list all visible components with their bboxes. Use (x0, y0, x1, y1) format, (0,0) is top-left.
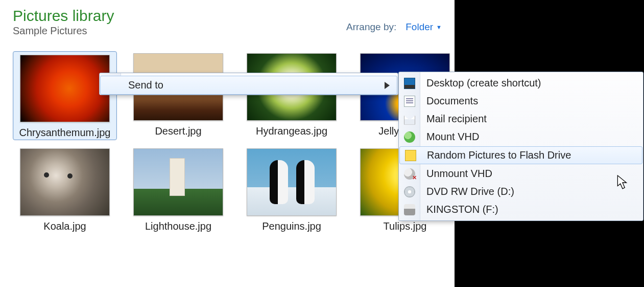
arrange-by-control[interactable]: Arrange by: Folder ▼ (346, 21, 442, 33)
file-label: Koala.jpg (43, 220, 86, 232)
vhd-icon (404, 131, 415, 143)
chevron-down-icon: ▼ (436, 24, 442, 30)
file-item[interactable]: Chrysanthemum.jpg (13, 51, 117, 140)
menu-item-label: Documents (426, 95, 478, 107)
arrange-by-label: Arrange by: (346, 21, 396, 33)
menu-item-label: Desktop (create shortcut) (426, 77, 541, 89)
file-item[interactable]: Desert.jpg (126, 51, 230, 140)
sendto-documents[interactable]: Documents (399, 92, 643, 110)
library-subtitle: Sample Pictures (13, 25, 114, 37)
sendto-mount-vhd[interactable]: Mount VHD (399, 128, 643, 146)
vhdx-icon (404, 168, 415, 180)
file-label: Chrysanthemum.jpg (19, 126, 111, 139)
sendto-dvd-d[interactable]: DVD RW Drive (D:) (399, 183, 643, 201)
file-label: Hydrangeas.jpg (256, 125, 327, 137)
menu-item-label: Send to (128, 79, 163, 91)
file-item[interactable]: Lighthouse.jpg (126, 146, 230, 232)
menu-item-label: KINGSTON (F:) (426, 204, 498, 215)
thumbnail-wrap (241, 146, 343, 218)
file-label: Desert.jpg (155, 125, 201, 137)
sendto-random-pictures[interactable]: Random Pictures to Flash Drive (399, 146, 642, 164)
thumbnail-wrap (127, 146, 229, 218)
menu-item-label: Mail recipient (426, 113, 487, 125)
dvd-icon (404, 186, 415, 197)
menu-item-label: DVD RW Drive (D:) (426, 186, 514, 197)
menu-item-label: Random Pictures to Flash Drive (427, 149, 571, 161)
sendto-kingston-f[interactable]: KINGSTON (F:) (399, 201, 643, 218)
explorer-window: Pictures library Sample Pictures Arrange… (0, 0, 455, 287)
arrange-by-dropdown[interactable]: Folder ▼ (406, 21, 442, 33)
file-label: Tulips.jpg (384, 220, 427, 232)
usb-icon (404, 204, 415, 215)
context-menu: Send to (99, 73, 398, 95)
desktop-icon (404, 78, 415, 89)
thumbnail-image (20, 55, 110, 122)
menu-item-label: Mount VHD (426, 131, 479, 143)
file-item[interactable]: Koala.jpg (13, 146, 117, 232)
sendto-mail[interactable]: Mail recipient (399, 110, 643, 128)
sendto-desktop[interactable]: Desktop (create shortcut) (399, 74, 643, 92)
file-item[interactable]: Hydrangeas.jpg (240, 51, 344, 140)
sendto-unmount-vhd[interactable]: Unmount VHD (399, 165, 643, 183)
file-label: Penguins.jpg (262, 220, 321, 232)
submenu-arrow-icon (385, 82, 390, 89)
sendto-submenu: Desktop (create shortcut)DocumentsMail r… (398, 72, 643, 221)
menu-item-label: Unmount VHD (426, 168, 492, 180)
thumbnail-image (133, 148, 223, 216)
menu-item-send-to[interactable]: Send to (100, 76, 397, 95)
library-header: Pictures library Sample Pictures Arrange… (13, 5, 442, 37)
mail-icon (404, 114, 415, 125)
doc-icon (404, 96, 415, 107)
kbd-icon (405, 150, 416, 161)
library-title: Pictures library (13, 7, 114, 24)
arrange-by-value: Folder (406, 21, 433, 33)
title-block: Pictures library Sample Pictures (13, 5, 114, 37)
file-item[interactable]: Penguins.jpg (240, 146, 344, 232)
file-label: Lighthouse.jpg (145, 220, 211, 232)
thumbnail-image (247, 148, 337, 216)
thumbnail-image (20, 148, 110, 216)
thumbnail-wrap (14, 146, 116, 218)
